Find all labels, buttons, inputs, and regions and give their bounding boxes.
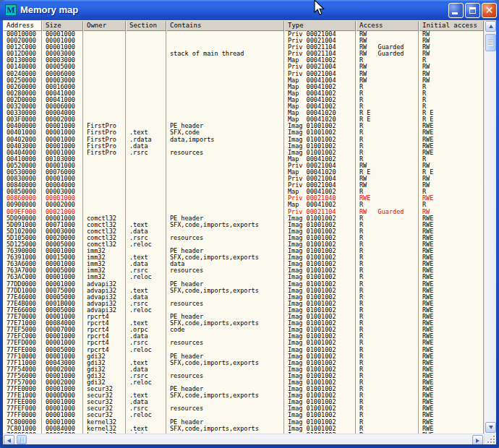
scroll-left-button[interactable] <box>4 435 14 444</box>
maximize-button[interactable] <box>465 3 480 18</box>
cell-section <box>126 110 166 116</box>
table-row[interactable]: 009EF00000021000Priv 00021104RW GuardedR… <box>3 209 484 215</box>
column-header-address[interactable]: Address <box>3 20 42 31</box>
cell-address: 00520000 <box>3 163 42 169</box>
cell-section <box>126 97 166 103</box>
table-row[interactable]: 7639100000015000imm32.textSFX,code,impor… <box>3 254 484 261</box>
table-row[interactable]: 0013000000003000Map 00041002RR <box>3 57 484 64</box>
table-row[interactable]: 5D12500000005000comctl32.relocImag 01001… <box>3 241 484 248</box>
cell-section <box>126 31 166 38</box>
table-row[interactable]: 77FE10000000D000secur32.textSFX,code,imp… <box>3 392 484 399</box>
table-row[interactable]: 0028000000041000Map 00041002RR <box>3 90 484 97</box>
table-row[interactable]: 77E7100000084000rpcrt4.textSFX,code,impo… <box>3 320 484 327</box>
table-row[interactable]: 763AC00000001000imm32.relocImag 01001002… <box>3 274 484 280</box>
table-row[interactable]: 0040100000001000FirstPro.textSFX,codeIma… <box>3 129 484 136</box>
table-row[interactable]: 0040000000001000FirstProPE headerImag 01… <box>3 123 484 129</box>
scroll-down-button[interactable] <box>485 422 496 433</box>
table-row[interactable]: 0084000000004000Priv 00021004RWRW <box>3 182 484 189</box>
column-header-owner[interactable]: Owner <box>83 20 126 31</box>
table-row[interactable]: 77EFE00000005000rpcrt4.relocImag 0100100… <box>3 347 484 353</box>
cell-type: Imag 01001002 <box>284 327 356 333</box>
cell-access: R <box>356 426 419 432</box>
cell-address: 00240000 <box>3 71 42 77</box>
table-row[interactable]: 0052000000001000Priv 00021004RWRW <box>3 163 484 169</box>
table-row[interactable]: 5D10500000020000comctl32.rsrcresourcesIm… <box>3 235 484 241</box>
vertical-scrollbar[interactable] <box>484 20 496 434</box>
table-row[interactable]: 5D09100000071000comctl32.textSFX,code,im… <box>3 222 484 228</box>
table-row[interactable]: 77F5700000002000gdi32.relocImag 01001002… <box>3 379 484 386</box>
table-row[interactable]: 77FEF00000001000secur32.rsrcresourcesIma… <box>3 405 484 412</box>
column-header-section[interactable]: Section <box>126 20 166 31</box>
cell-size: 00001000 <box>42 215 83 222</box>
minimize-button[interactable] <box>448 3 464 18</box>
table-row[interactable]: 77FEE00000001000secur32.dataImag 0100100… <box>3 399 484 405</box>
horizontal-scroll-track[interactable] <box>15 434 472 444</box>
table-row[interactable]: 003F000000002000Map 00041020R ER E <box>3 116 484 123</box>
column-header-initial[interactable]: Initial access <box>419 20 484 31</box>
table-row[interactable]: 0041000000103000Map 00041002RR <box>3 156 484 163</box>
vertical-scroll-thumb[interactable] <box>485 34 496 51</box>
cell-owner <box>83 163 126 169</box>
table-row[interactable]: 0002000000001000Priv 00021004RWRW <box>3 38 484 44</box>
table-row[interactable]: 77E4600000005000advapi32.dataImag 010010… <box>3 294 484 301</box>
column-header-access[interactable]: Access <box>356 20 419 31</box>
table-row[interactable]: 77F1100000043000gdi32.textSFX,code,impor… <box>3 360 484 366</box>
table-row[interactable]: 77EF500000007000rpcrt4.orpccodeImag 0100… <box>3 327 484 333</box>
table-row[interactable]: 0040200000001000FirstPro.rdatadata,impor… <box>3 137 484 143</box>
cell-owner: imm32 <box>83 261 126 267</box>
table-row[interactable]: 77F5400000002000gdi32.dataImag 01001002R… <box>3 366 484 373</box>
horizontal-scrollbar[interactable] <box>3 434 484 444</box>
table-row[interactable]: 77E7000000001000rpcrt4PE headerImag 0100… <box>3 314 484 320</box>
table-row[interactable]: 0032000000006000Map 00041002RR <box>3 103 484 110</box>
table-row[interactable]: 0001000000001000Priv 00021004RWRW <box>3 31 484 38</box>
table-row[interactable]: 0086000000001000Priv 00021040RWERWE <box>3 195 484 202</box>
cell-section <box>126 44 166 51</box>
table-row[interactable]: 77F5600000001000gdi32.rsrcresourcesImag … <box>3 373 484 379</box>
table-row[interactable]: 77E4B0000001B000advapi32.rsrcresourcesIm… <box>3 301 484 307</box>
table-row[interactable]: 77F1000000001000gdi32PE headerImag 01001… <box>3 353 484 360</box>
table-row[interactable]: 0053000000076000Map 00041020R ER E <box>3 169 484 176</box>
table-row[interactable]: 0040300000001000FirstPro.dataImag 010010… <box>3 143 484 150</box>
table-row[interactable]: 763A700000005000imm32.rsrcresourcesImag … <box>3 267 484 274</box>
column-header-size[interactable]: Size <box>42 20 83 31</box>
titlebar[interactable]: M Memory map ✕ <box>0 0 499 20</box>
table-row[interactable]: 5D09000000001000comctl32PE headerImag 01… <box>3 215 484 222</box>
table-row[interactable]: 0033000000004000Map 00041020R ER E <box>3 110 484 116</box>
table-row[interactable]: 77E6600000005000advapi32.relocImag 01001… <box>3 307 484 314</box>
table-row[interactable]: 7C80000000001000kernel32PE headerImag 01… <box>3 419 484 426</box>
table-row[interactable]: 7639000000001000imm32PE headerImag 01001… <box>3 248 484 254</box>
table-row[interactable]: 77DD000000001000advapi32PE headerImag 01… <box>3 281 484 288</box>
cell-size: 00001000 <box>42 314 83 320</box>
cell-size: 00001000 <box>42 399 83 405</box>
table-row[interactable]: 7C88500000005000kernel32.dataImag 010010… <box>3 432 484 434</box>
table-row[interactable]: 77EFD00000001000rpcrt4.rsrcresourcesImag… <box>3 340 484 346</box>
cell-contains: code <box>166 327 284 333</box>
table-row[interactable]: 0025000000003000Map 00041004RWRW <box>3 77 484 84</box>
table-row[interactable]: 7C80100000084000kernel32.textSFX,code,im… <box>3 426 484 432</box>
table-row[interactable]: 77FF000000001000secur32.relocImag 010010… <box>3 412 484 418</box>
table-row[interactable]: 0040400000001000FirstPro.rsrcresourcesIm… <box>3 150 484 156</box>
table-row[interactable]: 0085000000003000Map 00041002RR <box>3 189 484 195</box>
scroll-right-button[interactable] <box>472 435 483 444</box>
table-row[interactable]: 77DD100000075000advapi32.textSFX,code,im… <box>3 288 484 294</box>
table-row[interactable]: 0024000000006000Priv 00021004RWRW <box>3 71 484 77</box>
close-button[interactable]: ✕ <box>482 3 497 18</box>
table-row[interactable]: 77EFC00000001000rpcrt4.dataImag 01001002… <box>3 333 484 340</box>
column-header-type[interactable]: Type <box>284 20 356 31</box>
resize-grip[interactable] <box>484 434 496 444</box>
table-row[interactable]: 0014000000005000Priv 00021004RWRW <box>3 64 484 70</box>
table-row[interactable]: 763A600000001000imm32.datadataImag 01001… <box>3 261 484 267</box>
table-row[interactable]: 0012D00000003000stack of main threadPriv… <box>3 51 484 57</box>
table-row[interactable]: 0083000000001000Priv 00021004RWRW <box>3 176 484 182</box>
table-row[interactable]: 0026000000016000Map 00041002RR <box>3 84 484 90</box>
cell-type: Imag 01001002 <box>284 281 356 288</box>
horizontal-scroll-thumb[interactable] <box>17 435 27 444</box>
column-header-contains[interactable]: Contains <box>166 20 284 31</box>
scroll-up-button[interactable] <box>485 21 496 32</box>
table-row[interactable]: 002D000000041000Map 00041002RR <box>3 97 484 103</box>
table-row[interactable]: 0012C00000001000Priv 00021104RW GuardedR… <box>3 44 484 51</box>
table-row[interactable]: 0090000000002000Map 00041002RR <box>3 202 484 208</box>
table-row[interactable]: 5D10200000003000comctl32.dataImag 010010… <box>3 228 484 235</box>
table-row[interactable]: 77FE000000001000secur32PE headerImag 010… <box>3 386 484 392</box>
vertical-scroll-track[interactable] <box>485 33 496 421</box>
